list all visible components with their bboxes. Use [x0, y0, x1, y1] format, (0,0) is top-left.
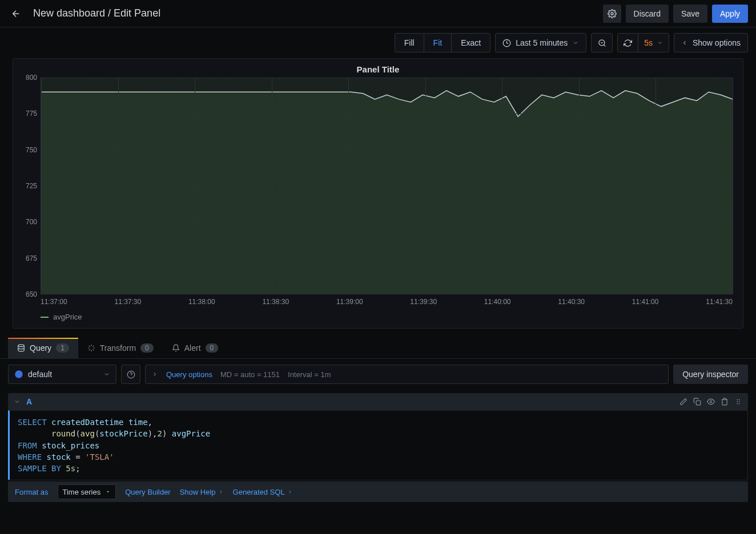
refresh-icon — [624, 39, 632, 47]
legend-color-swatch — [41, 317, 49, 318]
copy-query-button[interactable] — [693, 398, 701, 406]
exact-mode-button[interactable]: Exact — [452, 34, 490, 52]
y-axis: 650675700725750775800 — [18, 78, 41, 294]
tab-alert[interactable]: Alert 0 — [163, 338, 227, 358]
fit-mode-button[interactable]: Fit — [424, 34, 452, 52]
query-options-md: MD = auto = 1151 — [220, 370, 280, 379]
refresh-segment: 5s — [617, 33, 669, 52]
bell-icon — [172, 344, 180, 352]
chevron-down-icon — [14, 398, 21, 405]
time-range-picker[interactable]: Last 5 minutes — [495, 33, 586, 52]
gear-icon — [608, 9, 617, 18]
refresh-interval-value: 5s — [644, 38, 653, 47]
breadcrumb: New dashboard / Edit Panel — [33, 7, 160, 19]
tab-transform[interactable]: Transform 0 — [78, 338, 163, 358]
datasource-value: default — [28, 370, 52, 379]
drag-icon — [734, 398, 742, 406]
y-tick: 775 — [26, 110, 37, 118]
chevron-down-icon — [657, 40, 663, 46]
display-mode-segment: Fill Fit Exact — [395, 33, 490, 52]
x-tick: 11:39:30 — [410, 298, 437, 306]
toggle-visibility-button[interactable] — [707, 398, 715, 406]
query-options-label: Query options — [166, 370, 212, 379]
y-tick: 750 — [26, 146, 37, 154]
query-options-interval: Interval = 1m — [288, 370, 331, 379]
svg-point-12 — [737, 403, 738, 404]
time-range-label: Last 5 minutes — [516, 38, 568, 47]
y-tick: 675 — [26, 254, 37, 262]
y-tick: 800 — [26, 74, 37, 82]
refresh-button[interactable] — [618, 34, 638, 52]
datasource-icon — [14, 370, 23, 379]
tab-query[interactable]: Query 1 — [8, 338, 78, 358]
datasource-help-button[interactable] — [121, 365, 140, 384]
eye-icon — [707, 398, 715, 406]
svg-point-8 — [737, 399, 738, 400]
save-button[interactable]: Save — [673, 5, 707, 23]
x-tick: 11:41:00 — [632, 298, 659, 306]
format-as-label: Format as — [15, 488, 49, 496]
x-tick: 11:39:00 — [336, 298, 363, 306]
show-help-link[interactable]: Show Help — [180, 488, 224, 496]
chevron-down-icon — [572, 39, 579, 46]
y-tick: 650 — [26, 290, 37, 298]
database-icon — [17, 344, 25, 352]
back-button[interactable] — [8, 6, 24, 22]
svg-point-7 — [710, 400, 712, 403]
query-name: A — [26, 397, 32, 406]
panel-toolbar: Fill Fit Exact Last 5 minutes 5s Show op… — [0, 27, 756, 58]
x-tick: 11:37:30 — [114, 298, 141, 306]
caret-down-icon — [105, 489, 111, 495]
x-tick: 11:41:30 — [706, 298, 733, 306]
edit-query-button[interactable] — [679, 398, 687, 406]
copy-icon — [693, 398, 701, 406]
tab-label: Alert — [184, 343, 201, 353]
x-tick: 11:40:30 — [558, 298, 585, 306]
help-icon — [127, 370, 135, 379]
trash-icon — [721, 398, 729, 406]
x-tick: 11:37:00 — [41, 298, 67, 306]
tab-count-badge: 1 — [56, 343, 69, 353]
svg-point-13 — [739, 403, 740, 404]
editor-tabs: Query 1 Transform 0 Alert 0 — [0, 338, 756, 359]
generated-sql-link[interactable]: Generated SQL — [233, 488, 293, 496]
zoom-out-button[interactable] — [591, 33, 613, 52]
clock-icon — [502, 39, 511, 47]
query-bar: default Query options MD = auto = 1151 I… — [0, 359, 756, 390]
y-tick: 700 — [26, 218, 37, 226]
query-row-header[interactable]: A — [8, 393, 748, 410]
chevron-right-icon — [287, 489, 293, 495]
format-select[interactable]: Time series — [58, 484, 116, 499]
delete-query-button[interactable] — [721, 398, 729, 406]
zoom-out-icon — [598, 39, 606, 47]
x-axis: 11:37:0011:37:3011:38:0011:38:3011:39:00… — [41, 294, 733, 306]
chevron-down-icon — [103, 371, 110, 378]
discard-button[interactable]: Discard — [626, 5, 669, 23]
tab-label: Transform — [100, 343, 136, 353]
chevron-right-icon — [151, 371, 158, 378]
show-options-button[interactable]: Show options — [674, 33, 748, 52]
sql-editor[interactable]: SELECT createdDatetime time, round(avg(s… — [8, 410, 748, 480]
chevron-right-icon — [218, 489, 224, 495]
header: New dashboard / Edit Panel Discard Save … — [0, 0, 756, 27]
svg-point-9 — [739, 399, 740, 400]
refresh-interval-button[interactable]: 5s — [638, 34, 669, 52]
query-inspector-button[interactable]: Query inspector — [673, 365, 748, 384]
apply-button[interactable]: Apply — [712, 5, 748, 23]
fill-mode-button[interactable]: Fill — [395, 34, 424, 52]
chart-panel: Panel Title 650675700725750775800 11:37:… — [13, 58, 743, 329]
chart-plot[interactable] — [41, 78, 733, 294]
svg-point-11 — [739, 401, 740, 402]
svg-point-3 — [18, 345, 25, 347]
query-editor: A SELECT createdDatetime time, round(avg… — [8, 393, 748, 502]
datasource-select[interactable]: default — [8, 365, 116, 384]
tab-count-badge: 0 — [206, 343, 219, 353]
svg-point-0 — [611, 13, 613, 15]
query-builder-link[interactable]: Query Builder — [125, 488, 170, 496]
svg-rect-6 — [696, 400, 701, 405]
settings-button[interactable] — [603, 5, 621, 23]
query-footer: Format as Time series Query Builder Show… — [8, 482, 748, 502]
drag-handle[interactable] — [734, 398, 742, 406]
chevron-left-icon — [681, 39, 688, 46]
query-options-strip[interactable]: Query options MD = auto = 1151 Interval … — [145, 365, 669, 384]
